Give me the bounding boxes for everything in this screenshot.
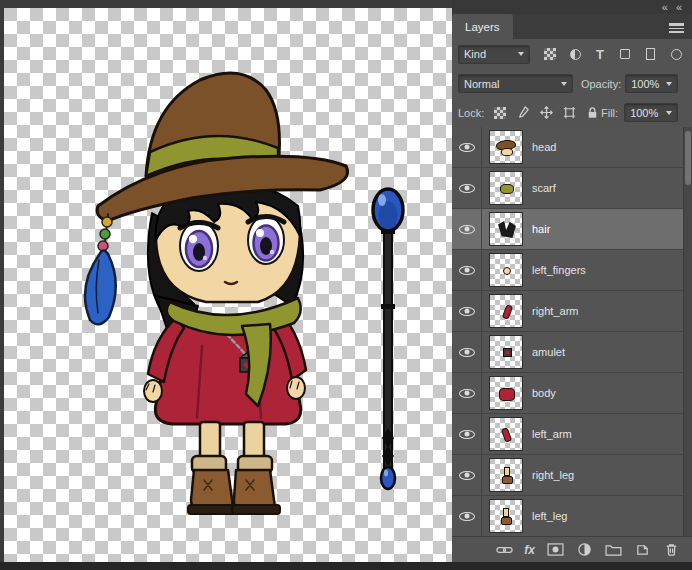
lock-row: Lock: Fill: 100% — [452, 98, 692, 127]
visibility-toggle[interactable] — [452, 209, 482, 249]
visibility-toggle[interactable] — [452, 496, 482, 536]
kind-filter-dropdown[interactable]: Kind — [458, 45, 530, 64]
visibility-toggle[interactable] — [452, 373, 482, 413]
layer-row-head[interactable]: head — [452, 127, 692, 168]
photoshop-window: « « Layers Kind T Normal — [0, 0, 692, 570]
type-filter-icon[interactable]: T — [590, 44, 610, 64]
eye-icon — [459, 512, 475, 521]
visibility-toggle[interactable] — [452, 250, 482, 290]
filter-toggle-icon[interactable] — [666, 44, 686, 64]
opacity-label: Opacity: — [581, 78, 621, 90]
layer-row-hair[interactable]: hair — [452, 209, 692, 250]
layer-thumbnail[interactable] — [489, 376, 523, 410]
layer-thumbnail[interactable] — [489, 253, 523, 287]
blend-mode-dropdown[interactable]: Normal — [458, 74, 573, 93]
pixel-filter-icon[interactable] — [540, 44, 560, 64]
layer-row-right-leg[interactable]: right_leg — [452, 455, 692, 496]
layer-name: scarf — [532, 182, 556, 194]
layers-bottom-bar: fx — [452, 536, 692, 562]
layer-row-body[interactable]: body — [452, 373, 692, 414]
chevron-down-icon — [518, 52, 524, 56]
eye-icon — [459, 184, 475, 193]
adjustment-filter-icon[interactable] — [565, 44, 585, 64]
opacity-dropdown[interactable]: 100% — [625, 74, 678, 93]
lock-label: Lock: — [458, 107, 484, 119]
layers-scrollbar[interactable] — [683, 127, 692, 536]
opacity-value: 100% — [631, 78, 659, 90]
visibility-toggle[interactable] — [452, 414, 482, 454]
layer-thumbnail[interactable] — [489, 417, 523, 451]
new-group-icon[interactable] — [604, 541, 622, 559]
eye-icon — [459, 471, 475, 480]
layer-name: body — [532, 387, 556, 399]
collapse-panel-icon[interactable]: « — [662, 2, 668, 12]
layer-row-scarf[interactable]: scarf — [452, 168, 692, 209]
layer-row-amulet[interactable]: amulet — [452, 332, 692, 373]
chevron-down-icon — [666, 82, 672, 86]
blend-mode-value: Normal — [464, 78, 499, 90]
visibility-toggle[interactable] — [452, 168, 482, 208]
layer-row-left-arm[interactable]: left_arm — [452, 414, 692, 455]
new-layer-icon[interactable] — [633, 541, 651, 559]
layers-panel: « « Layers Kind T Normal — [452, 0, 692, 562]
panel-menu-icon[interactable] — [669, 21, 684, 35]
visibility-toggle[interactable] — [452, 455, 482, 495]
layer-thumbnail[interactable] — [489, 335, 523, 369]
adjustment-layer-icon[interactable] — [575, 541, 593, 559]
shape-filter-icon[interactable] — [615, 44, 635, 64]
eye-icon — [459, 225, 475, 234]
layer-thumbnail[interactable] — [489, 294, 523, 328]
layer-name: right_arm — [532, 305, 578, 317]
layer-filter-row: Kind T — [452, 39, 692, 69]
eye-icon — [459, 348, 475, 357]
fill-value: 100% — [630, 107, 658, 119]
layer-name: hair — [532, 223, 550, 235]
layer-mask-icon[interactable] — [546, 541, 564, 559]
layer-thumbnail[interactable] — [489, 458, 523, 492]
smart-object-filter-icon[interactable] — [640, 44, 660, 64]
visibility-toggle[interactable] — [452, 127, 482, 167]
layer-name: right_leg — [532, 469, 574, 481]
visibility-toggle[interactable] — [452, 291, 482, 331]
lock-artboard-icon[interactable] — [560, 104, 578, 122]
eye-icon — [459, 307, 475, 316]
panel-dock-header: « « — [452, 0, 692, 14]
staff-artwork — [373, 189, 403, 489]
tab-layers-label: Layers — [465, 21, 500, 33]
delete-layer-icon[interactable] — [662, 541, 680, 559]
chevron-down-icon — [561, 82, 567, 86]
layer-thumbnail[interactable] — [489, 130, 523, 164]
eye-icon — [459, 430, 475, 439]
layer-row-left-fingers[interactable]: left_fingers — [452, 250, 692, 291]
layer-thumbnail[interactable] — [489, 171, 523, 205]
visibility-toggle[interactable] — [452, 332, 482, 372]
layer-row-left-leg[interactable]: left_leg — [452, 496, 692, 536]
document-canvas[interactable] — [4, 8, 452, 562]
eye-icon — [459, 389, 475, 398]
chevron-down-icon — [666, 111, 672, 115]
layer-name: head — [532, 141, 556, 153]
character-artwork — [4, 8, 452, 562]
fill-dropdown[interactable]: 100% — [624, 103, 678, 122]
lock-all-icon[interactable] — [583, 104, 601, 122]
layer-row-right-arm[interactable]: right_arm — [452, 291, 692, 332]
lock-move-icon[interactable] — [537, 104, 555, 122]
kind-filter-label: Kind — [464, 48, 486, 60]
eye-icon — [459, 266, 475, 275]
collapse-dock-icon[interactable]: « — [676, 2, 682, 12]
layer-thumbnail[interactable] — [489, 499, 523, 533]
scrollbar-thumb[interactable] — [685, 131, 691, 185]
link-layers-icon[interactable] — [495, 541, 513, 559]
eye-icon — [459, 143, 475, 152]
layer-effects-icon[interactable]: fx — [524, 541, 535, 559]
layer-name: left_leg — [532, 510, 567, 522]
layer-name: left_arm — [532, 428, 572, 440]
layers-list: head scarf hair left_fingers right_a — [452, 127, 692, 536]
lock-paint-icon[interactable] — [514, 104, 532, 122]
tab-layers[interactable]: Layers — [452, 14, 513, 39]
layer-name: left_fingers — [532, 264, 586, 276]
layer-thumbnail[interactable] — [489, 212, 523, 246]
chibi-character — [85, 73, 348, 514]
fill-label: Fill: — [601, 107, 618, 119]
lock-transparency-icon[interactable] — [491, 104, 509, 122]
